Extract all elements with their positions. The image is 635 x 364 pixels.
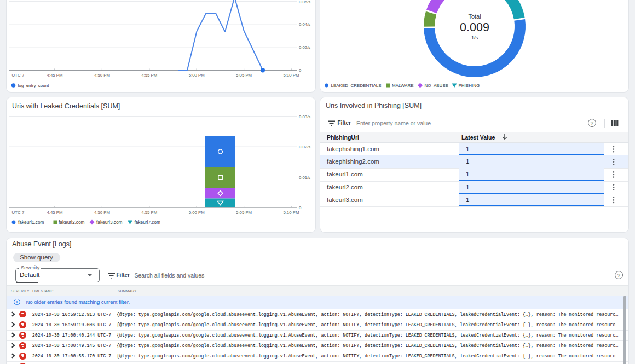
svg-text:0: 0 xyxy=(299,205,302,210)
svg-text:MALWARE: MALWARE xyxy=(392,83,414,88)
svg-text:fakeurl7.com: fakeurl7.com xyxy=(135,219,161,225)
svg-text:4:45 PM: 4:45 PM xyxy=(47,73,62,78)
svg-text:0.02/s: 0.02/s xyxy=(299,145,310,149)
svg-text:fakeurl1.com: fakeurl1.com xyxy=(18,219,44,225)
svg-text:fakeurl2.com: fakeurl2.com xyxy=(59,219,85,225)
svg-text:0: 0 xyxy=(299,68,302,73)
svg-text:UTC-7: UTC-7 xyxy=(12,73,25,78)
svg-text:4:45 PM: 4:45 PM xyxy=(47,210,62,215)
svg-text:5:10 PM: 5:10 PM xyxy=(283,73,299,78)
svg-text:4:50 PM: 4:50 PM xyxy=(94,210,110,215)
svg-text:fakeurl3.com: fakeurl3.com xyxy=(96,219,123,225)
svg-text:5:00 PM: 5:00 PM xyxy=(189,73,205,78)
svg-text:5:05 PM: 5:05 PM xyxy=(236,73,252,78)
svg-text:0.02/s: 0.02/s xyxy=(299,45,310,50)
svg-text:0.01/s: 0.01/s xyxy=(299,175,310,180)
svg-text:5:10 PM: 5:10 PM xyxy=(283,210,299,215)
svg-text:NO_ABUSE: NO_ABUSE xyxy=(425,83,449,88)
svg-text:Total: Total xyxy=(468,13,481,20)
svg-text:5:00 PM: 5:00 PM xyxy=(189,210,205,215)
svg-text:4:55 PM: 4:55 PM xyxy=(141,73,157,78)
svg-text:0.009: 0.009 xyxy=(460,21,489,34)
svg-text:4:55 PM: 4:55 PM xyxy=(141,210,157,215)
svg-text:0.03/s: 0.03/s xyxy=(299,114,310,119)
svg-text:4:50 PM: 4:50 PM xyxy=(94,73,110,78)
svg-text:0.06/s: 0.06/s xyxy=(299,0,310,4)
svg-text:UTC-7: UTC-7 xyxy=(12,210,25,215)
svg-text:LEAKED_CREDENTIALS: LEAKED_CREDENTIALS xyxy=(331,83,382,88)
svg-text:log_entry_count: log_entry_count xyxy=(18,83,50,88)
svg-text:0.04/s: 0.04/s xyxy=(299,22,310,27)
svg-text:5:05 PM: 5:05 PM xyxy=(236,210,252,215)
svg-text:1/s: 1/s xyxy=(471,34,478,41)
svg-text:Uris with Leaked Credentials [: Uris with Leaked Credentials [SUM] xyxy=(12,102,120,110)
svg-text:PHISHING: PHISHING xyxy=(459,83,480,88)
